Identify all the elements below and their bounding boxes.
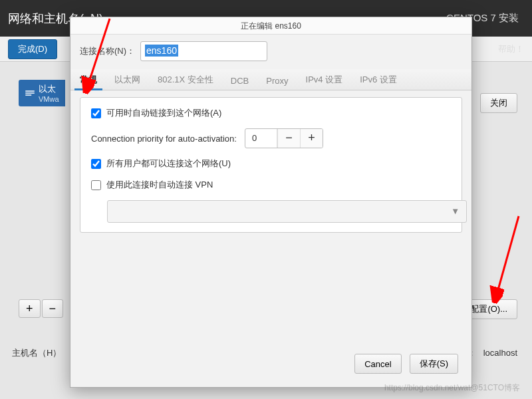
svg-line-1 bbox=[495, 216, 519, 299]
all-users-label: 所有用户都可以连接这个网络(U) bbox=[106, 158, 231, 170]
vpn-select[interactable]: ▼ bbox=[107, 200, 467, 223]
cancel-button[interactable]: Cancel bbox=[354, 354, 401, 374]
close-button[interactable]: 关闭 bbox=[480, 93, 517, 113]
hostname-label: 主机名（H） bbox=[12, 347, 61, 359]
connection-name-label: 连接名称(N)： bbox=[80, 45, 135, 57]
auto-vpn-label: 使用此连接时自动连接 VPN bbox=[106, 179, 213, 191]
all-users-checkbox-row[interactable]: 所有用户都可以连接这个网络(U) bbox=[91, 158, 451, 170]
network-icon bbox=[24, 87, 36, 99]
connection-name-input[interactable] bbox=[140, 41, 267, 61]
interface-card[interactable]: 以太 VMwa bbox=[19, 80, 65, 106]
save-button[interactable]: 保存(S) bbox=[410, 354, 458, 374]
tab-proxy[interactable]: Proxy bbox=[265, 72, 289, 90]
general-panel: 可用时自动链接到这个网络(A) Connection priority for … bbox=[80, 97, 462, 233]
watermark: https://blog.csdn.net/wat@51CTO博客 bbox=[384, 382, 520, 394]
tab-ipv6[interactable]: IPv6 设置 bbox=[358, 70, 398, 90]
edit-connection-dialog: 正在编辑 ens160 连接名称(N)： ens160 常规 以太网 802.1… bbox=[70, 17, 472, 388]
annotation-arrow-configure bbox=[466, 213, 525, 313]
help-link[interactable]: 帮助！ bbox=[498, 43, 524, 55]
tab-ethernet[interactable]: 以太网 bbox=[113, 70, 142, 90]
priority-stepper[interactable]: 0 − + bbox=[245, 128, 323, 148]
interface-device-label: VMwa bbox=[39, 95, 59, 103]
auto-connect-checkbox[interactable] bbox=[91, 108, 101, 118]
done-button[interactable]: 完成(D) bbox=[8, 39, 57, 59]
auto-vpn-checkbox[interactable] bbox=[91, 180, 101, 190]
tabstrip: 常规 以太网 802.1X 安全性 DCB Proxy IPv4 设置 IPv6… bbox=[70, 69, 471, 90]
auto-connect-checkbox-row[interactable]: 可用时自动链接到这个网络(A) bbox=[91, 107, 451, 119]
tab-dcb[interactable]: DCB bbox=[229, 72, 250, 90]
dialog-title: 正在编辑 ens160 bbox=[70, 17, 471, 35]
remove-interface-button[interactable]: − bbox=[42, 299, 64, 318]
priority-label: Connection priority for auto-activation: bbox=[91, 134, 237, 144]
tab-general[interactable]: 常规 bbox=[78, 70, 98, 90]
all-users-checkbox[interactable] bbox=[91, 159, 101, 169]
priority-minus-button[interactable]: − bbox=[277, 128, 300, 148]
interface-type-label: 以太 bbox=[39, 83, 59, 95]
auto-vpn-checkbox-row[interactable]: 使用此连接时自动连接 VPN bbox=[91, 179, 451, 191]
tab-8021x[interactable]: 802.1X 安全性 bbox=[156, 70, 215, 90]
chevron-down-icon: ▼ bbox=[451, 206, 460, 216]
priority-plus-button[interactable]: + bbox=[300, 128, 323, 148]
auto-connect-label: 可用时自动链接到这个网络(A) bbox=[106, 107, 221, 119]
add-interface-button[interactable]: + bbox=[19, 299, 41, 318]
priority-value[interactable]: 0 bbox=[245, 128, 277, 148]
tab-ipv4[interactable]: IPv4 设置 bbox=[305, 70, 344, 90]
